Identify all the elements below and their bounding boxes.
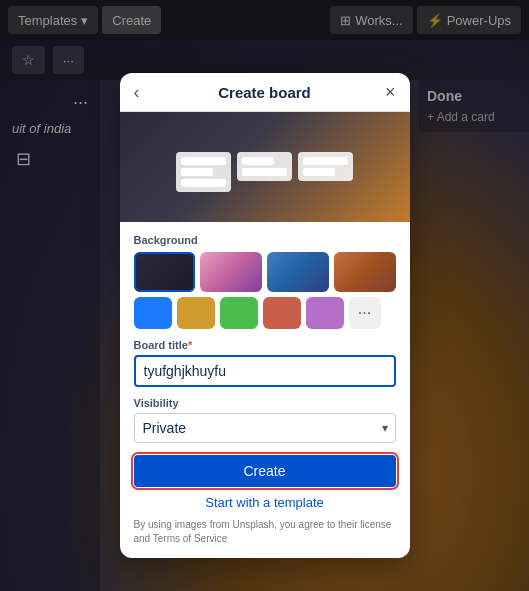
color-grid: ···	[134, 297, 396, 329]
preview-card	[303, 157, 348, 165]
modal-back-button[interactable]: ‹	[134, 83, 140, 101]
preview-card	[242, 168, 287, 176]
visibility-label: Visibility	[134, 397, 396, 409]
bg-blue-mountain-option[interactable]	[267, 252, 329, 292]
board-title-label: Board title*	[134, 339, 396, 351]
modal-title: Create board	[218, 84, 311, 101]
visibility-select[interactable]: Private Workspace Public	[134, 413, 396, 443]
background-photo-grid	[134, 252, 396, 292]
required-star: *	[188, 339, 192, 351]
modal-body: Background ··· Board tit	[120, 222, 410, 558]
modal-header: ‹ Create board ×	[120, 73, 410, 112]
preview-card	[181, 168, 213, 176]
board-title-input[interactable]	[134, 355, 396, 387]
modal-close-button[interactable]: ×	[385, 83, 396, 101]
board-preview	[120, 112, 410, 222]
preview-list-1	[176, 152, 231, 192]
create-board-modal: ‹ Create board ×	[120, 73, 410, 558]
back-icon: ‹	[134, 82, 140, 102]
color-orange-swatch[interactable]	[177, 297, 215, 329]
bg-canyon-option[interactable]	[334, 252, 396, 292]
visibility-wrapper: Private Workspace Public ▾	[134, 413, 396, 443]
ellipsis-icon: ···	[358, 304, 371, 322]
preview-list-2	[237, 152, 292, 181]
start-with-template-link[interactable]: Start with a template	[134, 495, 396, 510]
preview-card	[181, 157, 226, 165]
color-blue-swatch[interactable]	[134, 297, 172, 329]
preview-card	[242, 157, 274, 165]
background-label: Background	[134, 234, 396, 246]
create-board-button[interactable]: Create	[134, 455, 396, 487]
color-green-swatch[interactable]	[220, 297, 258, 329]
preview-lists	[176, 142, 353, 192]
bg-pink-mountain-option[interactable]	[200, 252, 262, 292]
footer-text: By using images from Unsplash, you agree…	[134, 518, 396, 546]
color-purple-swatch[interactable]	[306, 297, 344, 329]
more-colors-button[interactable]: ···	[349, 297, 381, 329]
color-red-swatch[interactable]	[263, 297, 301, 329]
modal-overlay: ‹ Create board ×	[0, 0, 529, 591]
preview-card	[303, 168, 335, 176]
preview-card	[181, 179, 226, 187]
close-icon: ×	[385, 82, 396, 102]
preview-list-3	[298, 152, 353, 181]
bg-dark-option[interactable]	[134, 252, 196, 292]
